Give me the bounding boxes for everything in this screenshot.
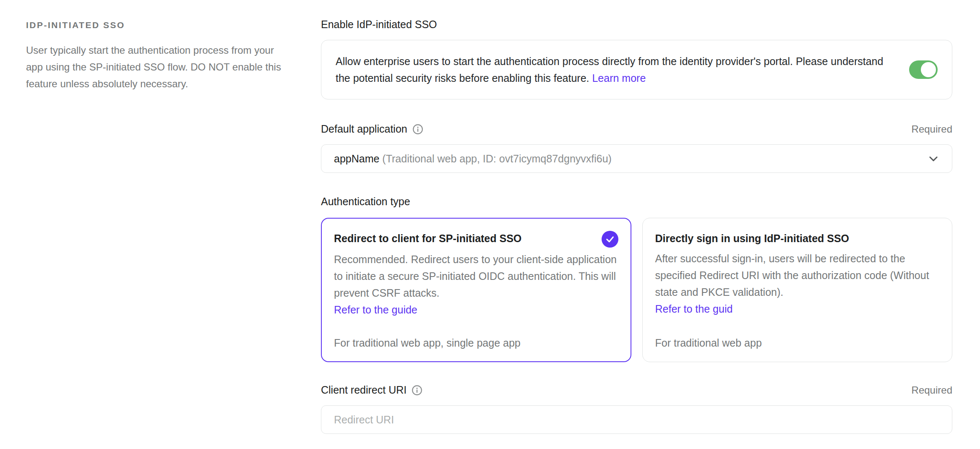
option-description: After successful sign-in, users will be … <box>655 250 940 300</box>
enable-sso-description: Allow enterprise users to start the auth… <box>336 53 892 86</box>
option-redirect-to-client[interactable]: Redirect to client for SP-initiated SSO … <box>321 218 631 362</box>
client-redirect-uri-field <box>321 405 952 434</box>
learn-more-link[interactable]: Learn more <box>592 72 646 84</box>
section-description-column: IDP-INITIATED SSO User typically start t… <box>26 20 282 92</box>
default-application-label-text: Default application <box>321 123 407 135</box>
default-application-value: appName (Traditional web app, ID: ovt7ic… <box>334 153 612 165</box>
client-redirect-uri-label-row: Client redirect URI Required <box>321 384 952 396</box>
option-footer: For traditional web app, single page app <box>334 320 618 349</box>
authentication-type-label-row: Authentication type <box>321 196 952 208</box>
refer-guide-link[interactable]: Refer to the guide <box>334 301 618 318</box>
enable-sso-card: Allow enterprise users to start the auth… <box>321 40 952 99</box>
enable-sso-label-row: Enable IdP-initiated SSO <box>321 18 952 31</box>
section-description: User typically start the authentication … <box>26 42 282 92</box>
option-description: Recommended. Redirect users to your clie… <box>334 251 618 301</box>
default-application-select[interactable]: appName (Traditional web app, ID: ovt7ic… <box>321 144 952 173</box>
idp-sso-toggle[interactable] <box>909 60 938 79</box>
section-heading: IDP-INITIATED SSO <box>26 20 282 30</box>
idp-initiated-sso-settings-page: IDP-INITIATED SSO User typically start t… <box>0 0 980 449</box>
client-redirect-uri-label-text: Client redirect URI <box>321 384 407 396</box>
chevron-down-icon <box>928 153 939 164</box>
selected-check-icon <box>602 231 618 248</box>
authentication-type-label: Authentication type <box>321 196 410 208</box>
settings-form: Enable IdP-initiated SSO Allow enterpris… <box>321 18 952 434</box>
required-badge: Required <box>912 123 952 135</box>
option-title: Redirect to client for SP-initiated SSO <box>334 230 521 247</box>
client-redirect-uri-label: Client redirect URI <box>321 384 422 396</box>
app-meta: (Traditional web app, ID: ovt7icymq87dgn… <box>382 153 612 164</box>
authentication-type-options: Redirect to client for SP-initiated SSO … <box>321 218 952 362</box>
required-badge: Required <box>912 384 952 396</box>
default-application-label-row: Default application Required <box>321 123 952 135</box>
option-directly-sign-in[interactable]: Directly sign in using IdP-initiated SSO… <box>642 218 953 362</box>
info-icon[interactable] <box>412 124 423 135</box>
option-head: Redirect to client for SP-initiated SSO <box>334 230 618 248</box>
refer-guide-link[interactable]: Refer to the guid <box>655 300 940 317</box>
info-icon[interactable] <box>412 385 422 396</box>
option-footer: For traditional web app <box>655 320 940 349</box>
enable-sso-label: Enable IdP-initiated SSO <box>321 18 437 31</box>
toggle-knob <box>921 62 936 77</box>
client-redirect-uri-input[interactable] <box>334 414 939 426</box>
option-head: Directly sign in using IdP-initiated SSO <box>655 230 940 247</box>
app-name: appName <box>334 153 379 164</box>
default-application-label: Default application <box>321 123 423 135</box>
option-title: Directly sign in using IdP-initiated SSO <box>655 230 850 247</box>
